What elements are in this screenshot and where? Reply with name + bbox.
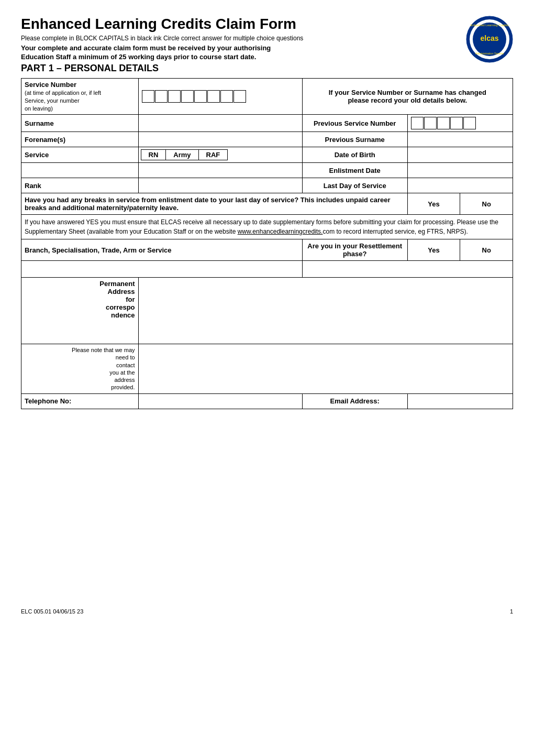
footer-code: ELC 005.01 04/06/15 23 <box>21 608 83 615</box>
breaks-yes-cell[interactable]: Yes <box>407 193 460 215</box>
breaks-question: Have you had any breaks in service from … <box>25 196 391 212</box>
psn-box-2[interactable] <box>424 117 437 129</box>
sn-box-6[interactable] <box>207 90 220 103</box>
service-raf[interactable]: RAF <box>199 149 228 160</box>
last-day-label: Last Day of Service <box>324 182 386 190</box>
prev-surname-label-cell: Previous Surname <box>302 132 407 147</box>
resettlement-yes-label: Yes <box>428 246 439 254</box>
prev-service-number-input-cell[interactable] <box>407 115 513 132</box>
psn-box-5[interactable] <box>463 117 476 129</box>
last-day-input-cell[interactable] <box>407 178 513 193</box>
rank-row: Rank Last Day of Service <box>21 178 513 193</box>
email-input-cell[interactable] <box>407 393 513 409</box>
elcas-logo: elcas Enhanced Learning Credits Administ… <box>466 16 513 63</box>
prev-surname-label: Previous Surname <box>325 136 385 144</box>
breaks-info-cell: If you have answered YES you must ensure… <box>21 215 513 239</box>
prev-surname-input-cell[interactable] <box>407 132 513 147</box>
svg-text:Administration Service: Administration Service <box>475 52 504 55</box>
psn-box-1[interactable] <box>411 117 424 129</box>
enlistment-input[interactable] <box>411 165 509 176</box>
breaks-link[interactable]: www.enhancedlearningcredits. <box>238 228 323 235</box>
email-input[interactable] <box>411 396 509 407</box>
psn-box-4[interactable] <box>450 117 463 129</box>
resettlement-no-cell[interactable]: No <box>460 239 513 261</box>
svg-text:elcas: elcas <box>480 34 498 42</box>
sn-box-3[interactable] <box>168 90 181 103</box>
resettlement-no-label: No <box>482 246 491 254</box>
telephone-input-cell[interactable] <box>138 393 302 409</box>
dob-label-cell: Date of Birth <box>302 147 407 163</box>
surname-input[interactable] <box>142 118 299 128</box>
svg-text:Enhanced Learning Credits: Enhanced Learning Credits <box>471 24 509 27</box>
forenames-input-cell[interactable] <box>138 132 302 147</box>
service-number-input-cell[interactable] <box>138 79 302 115</box>
rank-input-cell[interactable] <box>138 178 302 193</box>
dob-input-cell[interactable] <box>407 147 513 163</box>
email-label-cell: Email Address: <box>302 393 407 409</box>
service-rn[interactable]: RN <box>141 149 166 160</box>
service-number-row: Service Number (at time of application o… <box>21 79 513 115</box>
psn-box-3[interactable] <box>437 117 450 129</box>
sn-box-4[interactable] <box>181 90 194 103</box>
subtitle-bold-2: Education Staff a minimum of 25 working … <box>21 53 455 61</box>
surname-input-cell[interactable] <box>138 115 302 132</box>
breaks-no-label: No <box>482 200 491 208</box>
prev-sn-boxes <box>411 117 509 129</box>
prev-surname-input[interactable] <box>411 134 509 145</box>
right-info-cell: If your Service Number or Surname has ch… <box>302 79 513 115</box>
sn-box-8[interactable] <box>233 90 246 103</box>
sn-sub1: (at time of application or, if left <box>25 90 101 96</box>
enlistment-input-cell[interactable] <box>407 163 513 178</box>
breaks-info-row: If you have answered YES you must ensure… <box>21 215 513 239</box>
service-number-label-cell: Service Number (at time of application o… <box>21 79 139 115</box>
address-note: Please note that we mayneed tocontactyou… <box>72 347 135 390</box>
telephone-input[interactable] <box>142 396 299 407</box>
address-note-cell: Please note that we mayneed tocontactyou… <box>21 344 139 394</box>
branch-resettlement-row: Branch, Specialisation, Trade, Arm or Se… <box>21 239 513 261</box>
branch-input-cell[interactable] <box>21 261 303 278</box>
service-options-container: RN Army RAF <box>141 149 300 160</box>
sn-box-7[interactable] <box>220 90 233 103</box>
address-note-input-cell[interactable] <box>138 344 513 394</box>
address-note-textarea[interactable] <box>141 346 510 386</box>
service-options-cell: RN Army RAF <box>138 147 302 163</box>
breaks-row: Have you had any breaks in service from … <box>21 193 513 215</box>
breaks-info-text2: com to record interrupted service, eg FT… <box>322 228 468 235</box>
resettlement-yes-cell[interactable]: Yes <box>407 239 460 261</box>
rank-label: Rank <box>25 182 41 190</box>
sn-box-2[interactable] <box>155 90 168 103</box>
footer-page: 1 <box>510 608 513 615</box>
forenames-label: Forename(s) <box>25 136 65 144</box>
email-label: Email Address: <box>330 397 380 405</box>
last-day-input[interactable] <box>411 180 509 191</box>
forenames-input[interactable] <box>142 134 299 145</box>
surname-label-cell: Surname <box>21 115 139 132</box>
branch-input-row <box>21 261 513 278</box>
service-label-cell: Service <box>21 147 139 163</box>
branch-input[interactable] <box>24 264 300 275</box>
prev-service-number-label: Previous Service Number <box>314 119 396 127</box>
rank-input[interactable] <box>142 180 299 191</box>
branch-label-cell: Branch, Specialisation, Trade, Arm or Se… <box>21 239 303 261</box>
breaks-no-cell[interactable]: No <box>460 193 513 215</box>
service-number-label: Service Number <box>25 81 76 89</box>
enlistment-empty-cell2 <box>138 163 302 178</box>
telephone-label: Telephone No: <box>25 397 71 405</box>
breaks-question-cell: Have you had any breaks in service from … <box>21 193 408 215</box>
permanent-address-label: PermanentAddressforcorrespondence <box>99 280 135 319</box>
main-form-table: Service Number (at time of application o… <box>21 78 513 409</box>
dob-input[interactable] <box>411 150 509 160</box>
sn-sub2: Service, your number <box>25 97 80 104</box>
address-label-cell: PermanentAddressforcorrespondence <box>21 278 139 344</box>
page-title: Enhanced Learning Credits Claim Form <box>21 16 455 32</box>
forenames-row: Forename(s) Previous Surname <box>21 132 513 147</box>
address-textarea[interactable] <box>141 280 510 340</box>
service-army[interactable]: Army <box>166 149 198 160</box>
sn-box-1[interactable] <box>142 90 154 103</box>
part-title: PART 1 – PERSONAL DETAILS <box>21 63 455 74</box>
address-input-cell[interactable] <box>138 278 513 344</box>
breaks-yes-label: Yes <box>428 200 439 208</box>
sn-box-5[interactable] <box>194 90 207 103</box>
surname-row: Surname Previous Service Number <box>21 115 513 132</box>
last-day-label-cell: Last Day of Service <box>302 178 407 193</box>
